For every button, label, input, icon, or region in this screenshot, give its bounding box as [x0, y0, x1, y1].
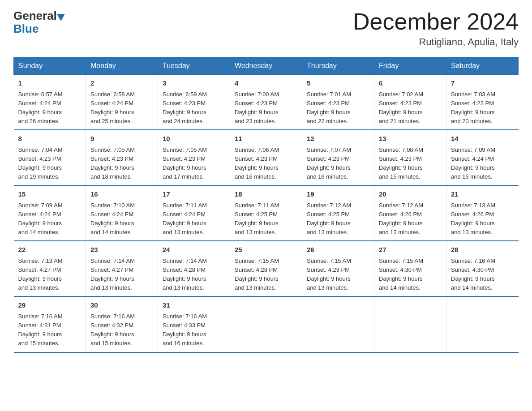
sunset-text: Sunset: 4:23 PM	[379, 100, 422, 107]
day-info: Sunrise: 7:15 AMSunset: 4:30 PMDaylight:…	[379, 257, 442, 293]
daylight-text-2: and 14 minutes.	[379, 284, 420, 291]
day-info: Sunrise: 7:13 AMSunset: 4:26 PMDaylight:…	[451, 201, 514, 237]
sunset-text: Sunset: 4:26 PM	[451, 211, 494, 218]
day-number: 4	[235, 78, 297, 89]
day-number: 24	[163, 245, 225, 255]
day-info: Sunrise: 6:58 AMSunset: 4:24 PMDaylight:…	[90, 90, 153, 126]
daylight-text-1: Daylight: 9 hours	[90, 164, 134, 171]
day-info: Sunrise: 7:15 AMSunset: 4:29 PMDaylight:…	[307, 257, 369, 293]
daylight-text-2: and 15 minutes.	[90, 340, 132, 347]
sunset-text: Sunset: 4:23 PM	[307, 155, 350, 162]
sunrise-text: Sunrise: 7:05 AM	[90, 146, 135, 153]
daylight-text-1: Daylight: 9 hours	[307, 220, 351, 227]
day-number: 25	[235, 245, 297, 255]
day-info: Sunrise: 7:09 AMSunset: 4:24 PMDaylight:…	[451, 146, 514, 182]
day-number: 13	[379, 134, 442, 144]
daylight-text-2: and 13 minutes.	[307, 284, 348, 291]
logo-triangle-icon	[57, 14, 65, 21]
day-cell: 22Sunrise: 7:13 AMSunset: 4:27 PMDayligh…	[14, 241, 86, 296]
day-number: 10	[163, 134, 225, 144]
day-info: Sunrise: 7:12 AMSunset: 4:25 PMDaylight:…	[307, 201, 369, 237]
day-number: 16	[90, 189, 153, 200]
day-info: Sunrise: 7:10 AMSunset: 4:24 PMDaylight:…	[90, 201, 153, 237]
daylight-text-1: Daylight: 9 hours	[90, 275, 134, 282]
daylight-text-1: Daylight: 9 hours	[451, 109, 495, 116]
sunrise-text: Sunrise: 7:08 AM	[379, 146, 423, 153]
week-row-2: 8Sunrise: 7:04 AMSunset: 4:23 PMDaylight…	[14, 130, 519, 185]
sunrise-text: Sunrise: 7:16 AM	[18, 313, 63, 320]
day-cell: 13Sunrise: 7:08 AMSunset: 4:23 PMDayligh…	[374, 130, 446, 185]
daylight-text-2: and 14 minutes.	[18, 229, 60, 235]
sunset-text: Sunset: 4:24 PM	[90, 211, 133, 218]
calendar-header: SundayMondayTuesdayWednesdayThursdayFrid…	[14, 57, 519, 75]
sunset-text: Sunset: 4:33 PM	[163, 322, 206, 329]
day-cell: 23Sunrise: 7:14 AMSunset: 4:27 PMDayligh…	[86, 241, 158, 296]
sunset-text: Sunset: 4:31 PM	[18, 322, 61, 329]
day-number: 6	[379, 78, 442, 89]
daylight-text-1: Daylight: 9 hours	[163, 275, 206, 282]
sunset-text: Sunset: 4:29 PM	[307, 266, 350, 273]
page-header: General Blue December 2024 Rutigliano, A…	[13, 9, 519, 48]
sunrise-text: Sunrise: 7:01 AM	[307, 91, 351, 98]
sunset-text: Sunset: 4:25 PM	[307, 211, 350, 218]
sunset-text: Sunset: 4:23 PM	[307, 100, 350, 107]
daylight-text-2: and 15 minutes.	[18, 340, 60, 347]
sunrise-text: Sunrise: 7:13 AM	[451, 202, 495, 209]
day-number: 11	[235, 134, 297, 144]
sunrise-text: Sunrise: 7:04 AM	[18, 146, 63, 153]
day-cell: 5Sunrise: 7:01 AMSunset: 4:23 PMDaylight…	[302, 75, 374, 130]
day-number: 7	[451, 78, 514, 89]
location-subtitle: Rutigliano, Apulia, Italy	[353, 36, 519, 48]
day-number: 28	[451, 245, 514, 255]
day-number: 12	[307, 134, 369, 144]
daylight-text-1: Daylight: 9 hours	[163, 164, 206, 171]
day-cell: 30Sunrise: 7:16 AMSunset: 4:32 PMDayligh…	[86, 296, 158, 352]
day-cell: 7Sunrise: 7:03 AMSunset: 4:23 PMDaylight…	[446, 75, 519, 130]
sunrise-text: Sunrise: 7:13 AM	[18, 257, 63, 264]
sunrise-text: Sunrise: 7:15 AM	[307, 257, 351, 264]
daylight-text-1: Daylight: 9 hours	[90, 331, 134, 338]
daylight-text-1: Daylight: 9 hours	[18, 275, 62, 282]
day-cell: 11Sunrise: 7:06 AMSunset: 4:23 PMDayligh…	[230, 130, 302, 185]
sunrise-text: Sunrise: 7:12 AM	[379, 202, 423, 209]
day-info: Sunrise: 7:16 AMSunset: 4:31 PMDaylight:…	[18, 312, 82, 348]
day-cell: 9Sunrise: 7:05 AMSunset: 4:23 PMDaylight…	[86, 130, 158, 185]
sunset-text: Sunset: 4:27 PM	[18, 266, 61, 273]
header-cell-wednesday: Wednesday	[230, 57, 302, 75]
day-number: 30	[90, 300, 153, 311]
daylight-text-2: and 13 minutes.	[90, 284, 132, 291]
header-cell-thursday: Thursday	[302, 57, 374, 75]
day-cell	[302, 296, 374, 352]
daylight-text-1: Daylight: 9 hours	[307, 275, 351, 282]
sunset-text: Sunset: 4:30 PM	[379, 266, 422, 273]
daylight-text-2: and 26 minutes.	[18, 118, 60, 124]
sunset-text: Sunset: 4:24 PM	[163, 211, 206, 218]
day-cell	[374, 296, 446, 352]
day-cell: 19Sunrise: 7:12 AMSunset: 4:25 PMDayligh…	[302, 185, 374, 241]
day-cell: 31Sunrise: 7:16 AMSunset: 4:33 PMDayligh…	[158, 296, 230, 352]
day-number: 2	[90, 78, 153, 89]
day-info: Sunrise: 7:15 AMSunset: 4:28 PMDaylight:…	[235, 257, 297, 293]
sunset-text: Sunset: 4:23 PM	[379, 155, 422, 162]
daylight-text-1: Daylight: 9 hours	[235, 275, 279, 282]
sunset-text: Sunset: 4:28 PM	[235, 266, 278, 273]
daylight-text-2: and 24 minutes.	[163, 118, 204, 124]
week-row-4: 22Sunrise: 7:13 AMSunset: 4:27 PMDayligh…	[14, 241, 519, 296]
day-cell: 21Sunrise: 7:13 AMSunset: 4:26 PMDayligh…	[446, 185, 519, 241]
day-cell: 28Sunrise: 7:16 AMSunset: 4:30 PMDayligh…	[446, 241, 519, 296]
day-number: 23	[90, 245, 153, 255]
day-number: 9	[90, 134, 153, 144]
daylight-text-1: Daylight: 9 hours	[235, 109, 279, 116]
logo-text-general: General	[13, 9, 57, 23]
daylight-text-2: and 21 minutes.	[379, 118, 420, 124]
day-number: 20	[379, 189, 442, 200]
sunset-text: Sunset: 4:30 PM	[451, 266, 494, 273]
sunrise-text: Sunrise: 6:59 AM	[163, 91, 207, 98]
daylight-text-1: Daylight: 9 hours	[379, 164, 423, 171]
day-number: 26	[307, 245, 369, 255]
day-cell: 8Sunrise: 7:04 AMSunset: 4:23 PMDaylight…	[14, 130, 86, 185]
sunset-text: Sunset: 4:24 PM	[451, 155, 494, 162]
daylight-text-2: and 16 minutes.	[163, 340, 204, 347]
day-info: Sunrise: 6:59 AMSunset: 4:23 PMDaylight:…	[163, 90, 225, 126]
daylight-text-1: Daylight: 9 hours	[18, 331, 62, 338]
